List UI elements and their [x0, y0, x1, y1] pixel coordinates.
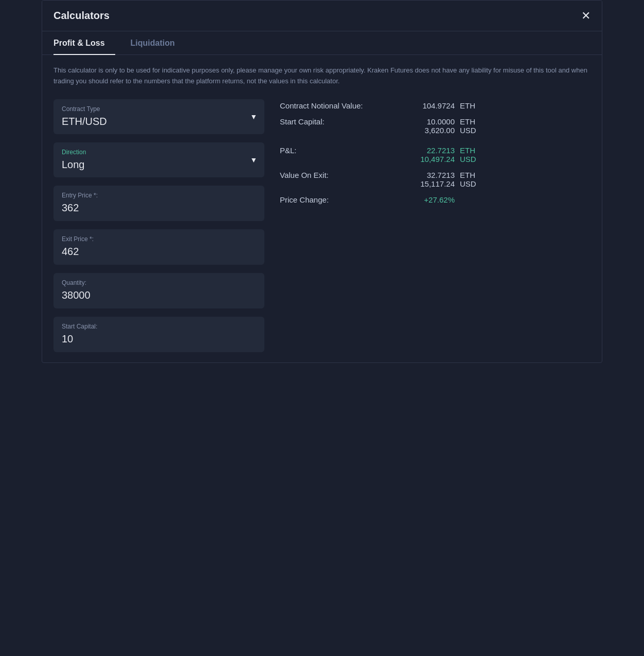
start-capital-eth-value: 10.0000	[403, 117, 455, 126]
direction-field: Direction Long Short ▼	[53, 142, 264, 177]
pnl-usd-value: 10,497.24	[403, 155, 455, 163]
start-capital-row: Start Capital: 10.0000 ETH 3,620.00 USD	[280, 117, 591, 135]
start-capital-input[interactable]	[62, 333, 256, 345]
contract-type-select[interactable]: ETH/USD BTC/USD LTC/USD	[62, 116, 256, 127]
contract-notional-result: Contract Notional Value: 104.9724 ETH	[280, 101, 591, 110]
tab-liquidation[interactable]: Liquidation	[131, 31, 185, 55]
window-title: Calculators	[53, 10, 110, 22]
exit-price-input[interactable]	[62, 246, 256, 258]
title-bar: Calculators ✕	[42, 1, 602, 31]
start-capital-eth-unit: ETH	[460, 117, 480, 126]
contract-notional-eth-value: 104.9724	[403, 101, 455, 110]
start-capital-label: Start Capital:	[62, 323, 256, 330]
contract-notional-eth-unit: ETH	[460, 101, 480, 110]
pnl-usd-unit: USD	[460, 155, 480, 163]
tab-profit-loss[interactable]: Profit & Loss	[53, 31, 115, 55]
value-on-exit-row: Value On Exit: 32.7213 ETH 15,117.24 USD	[280, 171, 591, 188]
direction-label: Direction	[62, 149, 256, 156]
quantity-field: Quantity:	[53, 273, 264, 308]
entry-price-input[interactable]	[62, 202, 256, 214]
content-area: This calculator is only to be used for i…	[42, 55, 602, 362]
direction-select[interactable]: Long Short	[62, 159, 256, 170]
pnl-label: P&L:	[280, 146, 403, 155]
calculator-window: Calculators ✕ Profit & Loss Liquidation …	[42, 0, 602, 363]
start-capital-field: Start Capital:	[53, 317, 264, 352]
value-on-exit-usd-unit: USD	[460, 179, 480, 188]
pnl-eth-value: 22.7213	[403, 146, 455, 155]
quantity-input[interactable]	[62, 289, 256, 301]
value-on-exit-eth-value: 32.7213	[403, 171, 455, 179]
entry-price-label: Entry Price *:	[62, 192, 256, 199]
price-change-result: Price Change: +27.62%	[280, 195, 591, 204]
results-column: Contract Notional Value: 104.9724 ETH St…	[280, 99, 591, 352]
price-change-value: +27.62%	[403, 195, 455, 204]
contract-type-label: Contract Type	[62, 105, 256, 113]
value-on-exit-eth-unit: ETH	[460, 171, 480, 179]
disclaimer-text: This calculator is only to be used for i…	[53, 65, 591, 87]
close-button[interactable]: ✕	[581, 10, 591, 22]
start-capital-result-label: Start Capital:	[280, 117, 403, 126]
price-change-label: Price Change:	[280, 195, 403, 204]
price-change-row: Price Change: +27.62%	[280, 195, 591, 204]
value-on-exit-result: Value On Exit: 32.7213 ETH 15,117.24 USD	[280, 171, 591, 188]
value-on-exit-usd-value: 15,117.24	[403, 179, 455, 188]
value-on-exit-label: Value On Exit:	[280, 171, 403, 179]
start-capital-result: Start Capital: 10.0000 ETH 3,620.00 USD	[280, 117, 591, 135]
pnl-eth-unit: ETH	[460, 146, 480, 155]
entry-price-field: Entry Price *:	[53, 186, 264, 221]
pnl-row: P&L: 22.7213 ETH 10,497.24 USD	[280, 146, 591, 163]
exit-price-label: Exit Price *:	[62, 235, 256, 243]
contract-notional-row: Contract Notional Value: 104.9724 ETH	[280, 101, 591, 110]
tabs-bar: Profit & Loss Liquidation	[42, 31, 602, 55]
quantity-label: Quantity:	[62, 279, 256, 286]
inputs-column: Contract Type ETH/USD BTC/USD LTC/USD ▼ …	[53, 99, 264, 352]
start-capital-usd-unit: USD	[460, 126, 480, 135]
pnl-result: P&L: 22.7213 ETH 10,497.24 USD	[280, 146, 591, 163]
contract-notional-label: Contract Notional Value:	[280, 101, 403, 110]
main-layout: Contract Type ETH/USD BTC/USD LTC/USD ▼ …	[53, 99, 591, 352]
contract-type-field: Contract Type ETH/USD BTC/USD LTC/USD ▼	[53, 99, 264, 134]
exit-price-field: Exit Price *:	[53, 229, 264, 265]
start-capital-usd-value: 3,620.00	[403, 126, 455, 135]
